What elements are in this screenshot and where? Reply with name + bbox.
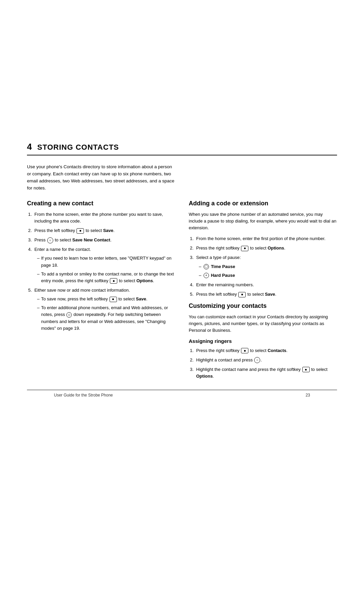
assigning-ringers-steps: Press the right softkey to select Contac… bbox=[195, 347, 337, 380]
step-2: Press the left softkey to select Save. bbox=[33, 227, 175, 234]
softkey-dot-3 bbox=[112, 298, 114, 300]
nav-key-icon: ○ bbox=[47, 237, 53, 243]
code-step-1: From the home screen, enter the first po… bbox=[195, 235, 337, 242]
code-step-4: Enter the remaining numbers. bbox=[195, 282, 337, 288]
step-4-sub-2: To add a symbol or smiley to the contact… bbox=[37, 271, 175, 284]
step-4: Enter a name for the contact. If you nee… bbox=[33, 246, 175, 284]
softkey-dot-7 bbox=[305, 369, 307, 371]
left-softkey-icon bbox=[77, 228, 84, 234]
step-4-sub-1: If you need to learn how to enter letter… bbox=[37, 255, 175, 268]
right-softkey-options bbox=[241, 246, 248, 251]
step-5-sub-2: To enter additional phone numbers, email… bbox=[37, 304, 175, 332]
ringer-step-1: Press the right softkey to select Contac… bbox=[195, 347, 337, 354]
left-softkey-save2 bbox=[238, 292, 246, 297]
step-4-sublist: If you need to learn how to enter letter… bbox=[37, 255, 175, 284]
softkey-dot-6 bbox=[244, 350, 246, 352]
adding-code-title: Adding a code or extension bbox=[189, 200, 337, 207]
top-blank-area bbox=[0, 0, 364, 142]
nav-circle-icon: ○ bbox=[66, 312, 72, 318]
adding-code-steps: From the home screen, enter the first po… bbox=[195, 235, 337, 298]
creating-steps-list: From the home screen, enter the phone nu… bbox=[33, 211, 175, 332]
bottom-blank-area bbox=[0, 488, 364, 616]
page: 4 Storing Contacts Use your phone's Cont… bbox=[0, 0, 364, 616]
step-5-sub-1: To save now, press the left softkey to s… bbox=[37, 296, 175, 302]
page-footer: User Guide for the Strobe Phone 23 bbox=[27, 390, 337, 400]
softkey-dot-5 bbox=[241, 294, 243, 295]
right-softkey-contacts bbox=[241, 348, 248, 353]
customizing-intro: You can customize each contact in your C… bbox=[189, 314, 337, 334]
step-5-sublist: To save now, press the left softkey to s… bbox=[37, 296, 175, 332]
chapter-header: 4 Storing Contacts bbox=[27, 142, 337, 155]
softkey-dot-4 bbox=[244, 247, 246, 249]
time-pause-item: ◯ Time Pause bbox=[199, 263, 337, 270]
pause-types-list: ◯ Time Pause + Hard Pause bbox=[199, 263, 337, 279]
content-area: 4 Storing Contacts Use your phone's Cont… bbox=[0, 142, 364, 488]
assigning-ringers-title: Assigning ringers bbox=[189, 338, 337, 344]
ringer-step-2: Highlight a contact and press ○. bbox=[195, 357, 337, 363]
code-step-3: Select a type of pause: ◯ Time Pause + H… bbox=[195, 254, 337, 278]
hard-pause-item: + Hard Pause bbox=[199, 272, 337, 279]
softkey-dot-2 bbox=[113, 280, 115, 282]
chapter-title: Storing Contacts bbox=[37, 143, 119, 152]
intro-paragraph: Use your phone's Contacts directory to s… bbox=[27, 164, 175, 192]
footer-left-text: User Guide for the Strobe Phone bbox=[54, 393, 113, 398]
ringer-step-3: Highlight the contact name and press the… bbox=[195, 366, 337, 380]
creating-new-contact-title: Creating a new contact bbox=[27, 200, 175, 207]
left-softkey-save-icon bbox=[110, 297, 117, 302]
right-softkey-icon bbox=[110, 278, 117, 284]
right-column: Adding a code or extension When you save… bbox=[189, 200, 337, 384]
customizing-contacts-title: Customizing your contacts bbox=[189, 302, 337, 310]
left-column: Creating a new contact From the home scr… bbox=[27, 200, 175, 384]
time-pause-icon: ◯ bbox=[204, 264, 209, 269]
step-1: From the home screen, enter the phone nu… bbox=[33, 211, 175, 225]
footer-page-number: 23 bbox=[306, 393, 310, 398]
step-5: Either save now or add more contact info… bbox=[33, 287, 175, 332]
step-3: Press ○ to select Save New Contact. bbox=[33, 237, 175, 243]
right-softkey-options2 bbox=[302, 367, 310, 372]
code-step-5: Press the left softkey to select Save. bbox=[195, 291, 337, 298]
hard-pause-icon: + bbox=[204, 273, 209, 278]
two-column-layout: Creating a new contact From the home scr… bbox=[27, 200, 337, 384]
adding-code-intro: When you save the phone number of an aut… bbox=[189, 211, 337, 231]
code-step-2: Press the right softkey to select Option… bbox=[195, 245, 337, 252]
chapter-number: 4 bbox=[27, 142, 32, 152]
nav-key-contacts: ○ bbox=[254, 357, 260, 363]
softkey-dot bbox=[80, 230, 81, 232]
